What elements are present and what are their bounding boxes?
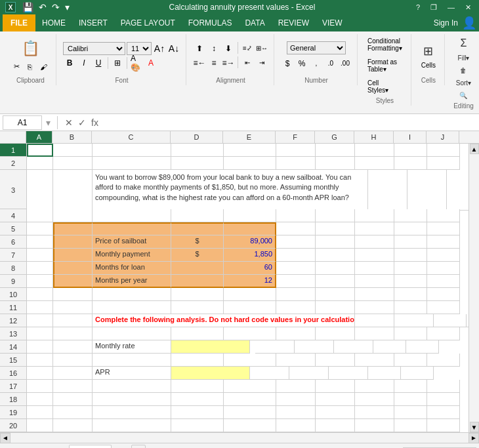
vertical-scrollbar[interactable]: ▲ ▼ xyxy=(469,144,479,432)
cut-button[interactable]: ✂ xyxy=(10,60,23,73)
cell-b12[interactable] xyxy=(53,314,93,327)
cell-j20[interactable] xyxy=(427,419,460,432)
cell-i18[interactable] xyxy=(394,393,427,406)
row-header-17[interactable]: 17 xyxy=(0,380,26,393)
close-btn[interactable]: ✕ xyxy=(463,3,474,12)
add-sheet-btn[interactable]: + xyxy=(131,445,146,449)
row-header-15[interactable]: 15 xyxy=(0,354,26,367)
cell-ref-dropdown[interactable]: ▾ xyxy=(46,117,51,128)
cell-e6[interactable]: 89,000 xyxy=(224,235,276,249)
cell-i5[interactable] xyxy=(394,222,427,235)
menu-formulas[interactable]: FORMULAS xyxy=(182,14,239,31)
cell-h12[interactable] xyxy=(394,314,434,327)
cell-f17[interactable] xyxy=(276,380,316,393)
cell-g17[interactable] xyxy=(316,380,355,393)
font-color-button[interactable]: A xyxy=(144,56,157,70)
row-header-5[interactable]: 5 xyxy=(0,222,26,235)
cell-g12[interactable] xyxy=(355,314,394,327)
cell-e2[interactable] xyxy=(224,157,276,170)
cell-h10[interactable] xyxy=(355,288,394,301)
cell-g13[interactable] xyxy=(316,327,355,340)
row-header-8[interactable]: 8 xyxy=(0,262,26,275)
cell-c9[interactable]: Months per year xyxy=(93,275,171,288)
cell-b11[interactable] xyxy=(53,301,93,314)
cell-i7[interactable] xyxy=(394,249,427,262)
cell-b20[interactable] xyxy=(53,419,93,432)
cell-g2[interactable] xyxy=(316,157,355,170)
cell-i1[interactable] xyxy=(394,144,427,157)
cell-j15[interactable] xyxy=(427,354,460,367)
undo-icon[interactable]: ↶ xyxy=(37,2,48,12)
cell-h6[interactable] xyxy=(355,235,394,249)
row-header-1[interactable]: 1 xyxy=(0,144,26,157)
menu-view[interactable]: VIEW xyxy=(316,14,349,31)
cell-d20[interactable] xyxy=(171,419,224,432)
cell-reference-input[interactable]: A1 xyxy=(3,115,42,130)
cell-a8[interactable] xyxy=(27,262,53,275)
cell-j8[interactable] xyxy=(427,262,460,275)
cell-c4[interactable] xyxy=(93,209,171,222)
scroll-right-btn[interactable]: ► xyxy=(469,433,479,443)
increase-indent-btn[interactable]: ⇥ xyxy=(255,56,268,70)
cell-j16[interactable] xyxy=(401,367,434,380)
cell-h16[interactable] xyxy=(329,367,368,380)
cell-d5[interactable] xyxy=(171,222,224,235)
col-header-h[interactable]: H xyxy=(354,131,394,143)
cancel-formula-btn[interactable]: ✕ xyxy=(63,117,75,128)
cell-g6[interactable] xyxy=(316,235,355,249)
font-size-select[interactable]: 11 xyxy=(127,42,152,55)
cell-f5[interactable] xyxy=(276,222,316,235)
italic-button[interactable]: I xyxy=(77,56,91,70)
cell-f19[interactable] xyxy=(276,406,316,419)
cell-c7[interactable]: Monthly payment xyxy=(93,249,171,262)
align-top-btn[interactable]: ⬆ xyxy=(193,42,206,55)
cell-c13[interactable] xyxy=(93,327,171,340)
cell-h1[interactable] xyxy=(355,144,394,157)
cell-c16[interactable]: APR xyxy=(93,367,171,380)
cell-f8[interactable] xyxy=(276,262,316,275)
cell-i13[interactable] xyxy=(394,327,427,340)
cell-f18[interactable] xyxy=(276,393,316,406)
conditional-formatting-btn[interactable]: ConditionalFormatting▾ xyxy=(364,35,406,54)
cell-j5[interactable] xyxy=(427,222,460,235)
menu-page-layout[interactable]: PAGE LAYOUT xyxy=(114,14,182,31)
cell-a6[interactable] xyxy=(27,235,53,249)
cell-i19[interactable] xyxy=(394,406,427,419)
cell-c20[interactable] xyxy=(93,419,171,432)
cell-g9[interactable] xyxy=(316,275,355,288)
redo-icon[interactable]: ↷ xyxy=(51,2,61,12)
col-header-c[interactable]: C xyxy=(92,131,171,143)
borders-button[interactable]: ⊞ xyxy=(111,56,124,70)
row-header-10[interactable]: 10 xyxy=(0,288,26,301)
paste-button[interactable]: 📋 xyxy=(18,38,43,59)
menu-home[interactable]: HOME xyxy=(35,14,72,31)
row-header-14[interactable]: 14 xyxy=(0,340,26,354)
cell-i2[interactable] xyxy=(394,157,427,170)
cell-j2[interactable] xyxy=(427,157,460,170)
col-header-i[interactable]: I xyxy=(394,131,427,143)
cell-b13[interactable] xyxy=(53,327,93,340)
cell-i10[interactable] xyxy=(394,288,427,301)
cell-d9[interactable] xyxy=(171,275,224,288)
row-header-20[interactable]: 20 xyxy=(0,419,26,432)
cell-j1[interactable] xyxy=(427,144,460,157)
menu-insert[interactable]: INSERT xyxy=(72,14,114,31)
cell-h4[interactable] xyxy=(355,209,394,222)
cell-e13[interactable] xyxy=(224,327,276,340)
cell-a15[interactable] xyxy=(27,354,53,367)
cell-d17[interactable] xyxy=(171,380,224,393)
cell-i15[interactable] xyxy=(394,354,427,367)
cell-c8[interactable]: Months for loan xyxy=(93,262,171,275)
cell-h11[interactable] xyxy=(355,301,394,314)
cell-b6[interactable] xyxy=(53,235,93,249)
cell-i14[interactable] xyxy=(373,340,406,354)
minimize-btn[interactable]: — xyxy=(445,3,457,12)
align-bottom-btn[interactable]: ⬇ xyxy=(222,42,235,55)
comma-btn[interactable]: , xyxy=(310,57,323,70)
cell-g10[interactable] xyxy=(316,288,355,301)
row-header-11[interactable]: 11 xyxy=(0,301,26,314)
cell-f7[interactable] xyxy=(276,249,316,262)
cell-g20[interactable] xyxy=(316,419,355,432)
cell-f15[interactable] xyxy=(276,354,316,367)
cell-d14[interactable] xyxy=(171,340,250,354)
